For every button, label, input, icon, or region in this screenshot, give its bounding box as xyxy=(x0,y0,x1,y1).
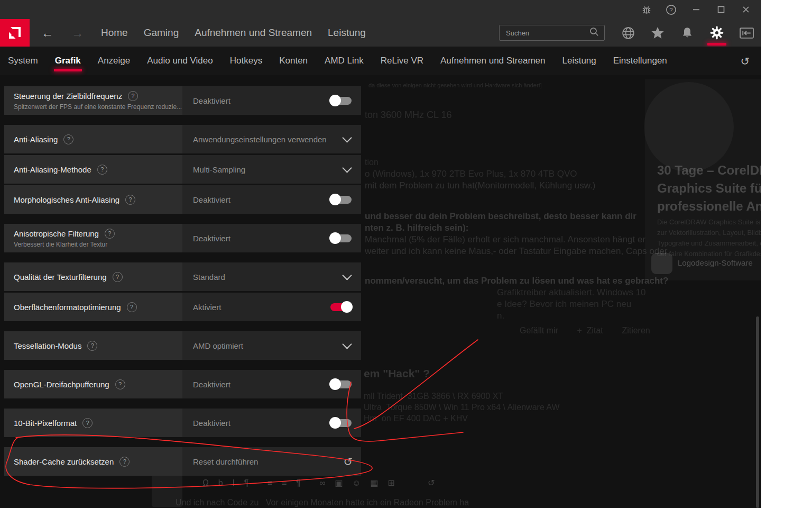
toggle-off[interactable] xyxy=(330,234,352,242)
setting-label-cell: Oberflächenformatoptimierung? xyxy=(4,293,182,321)
help-icon[interactable]: ? xyxy=(63,134,73,144)
setting-label: Shader-Cache zurücksetzen xyxy=(14,457,114,466)
panel-icon[interactable] xyxy=(732,19,761,47)
restore-defaults-icon[interactable]: ↺ xyxy=(740,56,750,67)
help-icon[interactable]: ? xyxy=(659,0,684,19)
ghost-ad-body-line: der faire Kombination für Grafikdesi xyxy=(657,250,761,258)
minimize-icon[interactable] xyxy=(684,0,708,19)
toggle-off[interactable] xyxy=(330,419,352,427)
setting-label-cell: 10-Bit-Pixelformat? xyxy=(4,409,182,437)
nav-item-aufnehmen-und-streamen[interactable]: Aufnehmen und Streamen xyxy=(195,27,312,39)
tab-amd-link[interactable]: AMD Link xyxy=(325,47,364,75)
settings-row-oberfl-chenformatoptimierung: Oberflächenformatoptimierung?Aktiviert xyxy=(4,293,361,321)
close-icon[interactable] xyxy=(733,0,758,19)
setting-subtitle: Spitzenwert der FPS auf eine konstante F… xyxy=(14,103,182,111)
help-icon[interactable]: ? xyxy=(115,379,125,389)
amd-arrow-mark xyxy=(7,25,23,41)
tab-relive-vr[interactable]: ReLive VR xyxy=(381,47,423,75)
scrollbar-thumb[interactable] xyxy=(756,316,759,508)
bell-icon[interactable] xyxy=(672,19,702,47)
tab-anzeige[interactable]: Anzeige xyxy=(98,47,130,75)
ghost-text-line: mit dem Problem zu tun hat(Monitormodell… xyxy=(365,180,596,191)
setting-value-cell: Aktiviert xyxy=(182,293,361,321)
ghost-avatar xyxy=(152,475,182,507)
help-icon[interactable]: ? xyxy=(128,91,138,101)
toggle-knob xyxy=(329,232,341,244)
titlebar: ? xyxy=(0,0,761,19)
chevron-down-icon[interactable] xyxy=(342,339,352,349)
setting-label: Steuerung der Zielbildfrequenz xyxy=(14,92,122,101)
ghost-text-line: weiter und ich kann keine Maus,- oder Ta… xyxy=(365,246,667,257)
setting-value: Standard xyxy=(193,273,225,282)
setting-label: Anti-Aliasing xyxy=(14,135,58,144)
tab-system[interactable]: System xyxy=(8,47,38,75)
bug-icon[interactable] xyxy=(634,0,659,19)
ghost-text-line: Gefällt mir + Zitat Zitieren xyxy=(520,326,650,335)
maximize-icon[interactable] xyxy=(708,0,733,19)
ghost-text-line: ton 3600 MHz CL 16 xyxy=(365,110,451,121)
annotation-hook-line xyxy=(347,382,463,441)
setting-value-cell: Deaktiviert xyxy=(182,370,361,398)
ghost-text-line: und besser du dein Problem beschreibst, … xyxy=(365,211,636,222)
help-icon[interactable]: ? xyxy=(127,302,137,312)
toggle-off[interactable] xyxy=(330,97,352,105)
toggle-off[interactable] xyxy=(330,196,352,204)
search-input[interactable] xyxy=(505,29,589,38)
setting-label-cell: Steuerung der Zielbildfrequenz?Spitzenwe… xyxy=(4,86,182,115)
help-icon[interactable]: ? xyxy=(125,195,135,205)
tab-konten[interactable]: Konten xyxy=(279,47,308,75)
setting-value: Deaktiviert xyxy=(193,419,230,428)
settings-row-morphologisches-anti-aliasing: Morphologisches Anti-Aliasing?Deaktivier… xyxy=(4,185,361,214)
ghost-text-line: Hm on EF 400 DAC + KHV xyxy=(364,414,468,423)
setting-label-cell: Anisotropische Filterung?Verbessert die … xyxy=(4,224,182,252)
tab-aufnehmen-und-streamen[interactable]: Aufnehmen und Streamen xyxy=(440,47,545,75)
tab-einstellungen[interactable]: Einstellungen xyxy=(613,47,667,75)
ghost-text-line: tion xyxy=(365,158,379,167)
toggle-off[interactable] xyxy=(330,380,352,388)
setting-value: Deaktiviert xyxy=(193,234,230,243)
help-icon[interactable]: ? xyxy=(113,272,123,282)
tab-audio-und-video[interactable]: Audio und Video xyxy=(147,47,213,75)
toggle-on[interactable] xyxy=(330,303,352,311)
help-icon[interactable]: ? xyxy=(87,341,97,351)
help-icon[interactable]: ? xyxy=(119,457,130,467)
help-icon[interactable]: ? xyxy=(97,165,107,175)
setting-value-cell: Deaktiviert xyxy=(182,224,361,252)
setting-value: Deaktiviert xyxy=(193,195,230,204)
settings-row-shader-cache-zur-cksetzen: Shader-Cache zurücksetzen?Reset durchfüh… xyxy=(4,447,361,476)
setting-value-cell: Deaktiviert xyxy=(182,409,361,437)
tab-hotkeys[interactable]: Hotkeys xyxy=(230,47,262,75)
setting-label: Qualität der Texturfilterung xyxy=(14,273,107,282)
gear-icon[interactable] xyxy=(702,19,732,47)
nav-item-gaming[interactable]: Gaming xyxy=(144,27,179,39)
search-box[interactable] xyxy=(499,25,605,41)
star-icon[interactable] xyxy=(643,19,672,47)
help-icon[interactable]: ? xyxy=(82,418,93,428)
ghost-text-line: e Idee? Bevor ich meinen PC neu xyxy=(497,299,631,310)
ghost-text-line: Grafiktreiber aktualisiert. Windows 10 xyxy=(497,287,646,298)
settings-row-qualit-t-der-texturfilterung: Qualität der Texturfilterung?Standard xyxy=(4,262,361,291)
reset-icon[interactable]: ↺ xyxy=(343,456,353,467)
setting-label: Tessellation-Modus xyxy=(14,341,81,350)
ghost-ad-brand-logo xyxy=(651,253,672,274)
settings-tabbar: SystemGrafikAnzeigeAudio und VideoHotkey… xyxy=(0,47,761,75)
globe-icon[interactable] xyxy=(613,19,643,47)
ghost-text-line: em "Hack" ? xyxy=(364,367,430,380)
chevron-down-icon[interactable] xyxy=(342,270,352,280)
nav-item-leistung[interactable]: Leistung xyxy=(328,27,366,39)
tab-leistung[interactable]: Leistung xyxy=(562,47,596,75)
nav-item-home[interactable]: Home xyxy=(101,27,128,39)
chevron-down-icon[interactable] xyxy=(342,133,352,142)
settings-row-steuerung-der-zielbildfrequenz: Steuerung der Zielbildfrequenz?Spitzenwe… xyxy=(4,86,361,115)
help-icon[interactable]: ? xyxy=(105,229,115,239)
toggle-knob xyxy=(329,378,341,390)
amd-logo[interactable] xyxy=(0,19,30,47)
back-button[interactable]: ← xyxy=(41,26,53,40)
tab-grafik[interactable]: Grafik xyxy=(55,47,81,75)
ghost-ad-brand-name: Logodesign-Software xyxy=(678,258,753,267)
toggle-knob xyxy=(329,417,341,429)
ghost-text-line: n. xyxy=(497,311,504,321)
setting-value: Deaktiviert xyxy=(193,96,230,105)
chevron-down-icon[interactable] xyxy=(342,163,352,173)
forward-button[interactable]: → xyxy=(71,26,84,40)
